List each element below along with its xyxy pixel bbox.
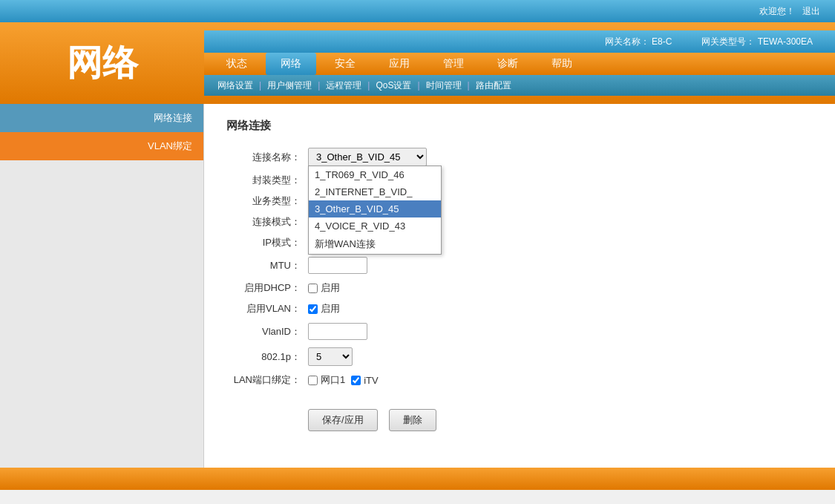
- gateway-name-label: 网关名称： E8-C: [605, 36, 672, 48]
- gateway-info: 网关名称： E8-C 网关类型号： TEWA-300EA: [204, 30, 835, 53]
- gateway-type-value: TEWA-300EA: [758, 36, 813, 47]
- vlan-value: 启用: [308, 302, 340, 315]
- ip-mode-label: IP模式：: [226, 236, 308, 249]
- dropdown-option-new-wan[interactable]: 新增WAN连接: [309, 235, 441, 254]
- top-bar: 欢迎您！ 退出: [0, 0, 835, 22]
- logout-link[interactable]: 退出: [802, 5, 820, 18]
- content-area: 网络连接 连接名称： 1_TR069_R_VID_46 2_INTERNET_B…: [204, 104, 835, 468]
- gateway-type-label: 网关类型号： TEWA-300EA: [701, 36, 813, 48]
- nav-status[interactable]: 状态: [212, 53, 262, 75]
- lan-bind-label: LAN端口绑定：: [226, 373, 308, 387]
- mtu-value: 1500: [308, 257, 367, 274]
- connection-name-dropdown-container: 1_TR069_R_VID_46 2_INTERNET_B_VID_ 3_Oth…: [308, 148, 427, 166]
- dhcp-checkbox[interactable]: [308, 284, 318, 293]
- footer: [0, 468, 835, 490]
- mtu-row: MTU： 1500: [226, 257, 813, 274]
- welcome-text: 欢迎您！: [759, 5, 795, 18]
- dot1p-label: 802.1p：: [226, 350, 308, 364]
- logo-area: 网络: [0, 39, 204, 87]
- vlan-enable-text: 启用: [321, 302, 340, 315]
- network-form: 连接名称： 1_TR069_R_VID_46 2_INTERNET_B_VID_…: [226, 148, 813, 439]
- lan-port1-checkbox[interactable]: [308, 376, 318, 385]
- subnav-network-settings[interactable]: 网络设置: [212, 79, 259, 92]
- vlan-id-row: VlanID： 45: [226, 323, 813, 340]
- lan-bind-row: LAN端口绑定： 网口1 iTV: [226, 373, 813, 387]
- dhcp-enable-text: 启用: [321, 281, 340, 295]
- vlan-id-value: 45: [308, 323, 367, 340]
- subnav-time[interactable]: 时间管理: [420, 79, 468, 92]
- subnav-qos[interactable]: QoS设置: [370, 79, 417, 92]
- lan-itv-text: iTV: [364, 375, 379, 386]
- dropdown-list: 1_TR069_R_VID_46 2_INTERNET_B_VID_ 3_Oth…: [308, 166, 442, 255]
- encap-type-label: 封装类型：: [226, 174, 308, 187]
- nav-help[interactable]: 帮助: [537, 53, 587, 75]
- lan-port1-text: 网口1: [321, 373, 345, 387]
- sidebar-vlan-binding[interactable]: VLAN绑定: [0, 132, 203, 160]
- lan-itv-checkbox[interactable]: [351, 376, 361, 385]
- lan-bind-value: 网口1 iTV: [308, 373, 379, 387]
- sidebar-network-connection[interactable]: 网络连接: [0, 104, 203, 132]
- delete-button[interactable]: 删除: [389, 409, 436, 431]
- lan-port1-label[interactable]: 网口1: [308, 373, 345, 387]
- nav-diagnostics[interactable]: 诊断: [482, 53, 533, 75]
- nav-network[interactable]: 网络: [266, 53, 316, 75]
- dot1p-row: 802.1p： 1 2 3 4 5 6 7: [226, 347, 813, 366]
- dropdown-option-voice[interactable]: 4_VOICE_R_VID_43: [309, 217, 441, 235]
- nav-app[interactable]: 应用: [374, 53, 425, 75]
- connection-mode-label: 连接模式：: [226, 215, 308, 229]
- button-row: 保存/应用 删除: [308, 409, 813, 431]
- vlan-label: 启用VLAN：: [226, 302, 308, 315]
- dhcp-label: 启用DHCP：: [226, 281, 308, 295]
- connection-name-label: 连接名称：: [226, 151, 308, 164]
- service-type-label: 业务类型：: [226, 194, 308, 208]
- nav-security[interactable]: 安全: [320, 53, 370, 75]
- dot1p-value: 1 2 3 4 5 6 7: [308, 347, 353, 366]
- save-button[interactable]: 保存/应用: [308, 409, 378, 431]
- sub-nav: 网络设置 | 用户侧管理 | 远程管理 | QoS设置 | 时间管理 | 路由配…: [204, 75, 835, 96]
- connection-name-row: 连接名称： 1_TR069_R_VID_46 2_INTERNET_B_VID_…: [226, 148, 813, 166]
- subnav-remote-management[interactable]: 远程管理: [320, 79, 367, 92]
- subnav-user-management[interactable]: 用户侧管理: [261, 79, 318, 92]
- vlan-id-input[interactable]: 45: [308, 323, 367, 340]
- page-title: 网络连接: [226, 119, 813, 133]
- mtu-label: MTU：: [226, 259, 308, 272]
- connection-name-value: 1_TR069_R_VID_46 2_INTERNET_B_VID_ 3_Oth…: [308, 148, 427, 166]
- header: 网络 网关名称： E8-C 网关类型号： TEWA-300EA 状态 网络 安全…: [0, 22, 835, 104]
- dhcp-checkbox-label[interactable]: 启用: [308, 281, 340, 295]
- connection-name-select[interactable]: 1_TR069_R_VID_46 2_INTERNET_B_VID_ 3_Oth…: [308, 148, 427, 166]
- dropdown-option-internet[interactable]: 2_INTERNET_B_VID_: [309, 183, 441, 200]
- header-right: 网关名称： E8-C 网关类型号： TEWA-300EA 状态 网络 安全 应用…: [204, 30, 835, 96]
- gateway-name-value: E8-C: [652, 36, 672, 47]
- dropdown-option-tr069[interactable]: 1_TR069_R_VID_46: [309, 166, 441, 183]
- subnav-routing[interactable]: 路由配置: [470, 79, 517, 92]
- dot1p-select[interactable]: 1 2 3 4 5 6 7: [308, 347, 353, 366]
- vlan-checkbox-label[interactable]: 启用: [308, 302, 340, 315]
- nav-management[interactable]: 管理: [428, 53, 479, 75]
- dhcp-row: 启用DHCP： 启用: [226, 281, 813, 295]
- vlan-id-label: VlanID：: [226, 325, 308, 338]
- lan-itv-label[interactable]: iTV: [351, 375, 379, 386]
- main-container: 网络连接 VLAN绑定 网络连接 连接名称： 1_TR069_R_VID_46 …: [0, 104, 835, 468]
- nav-bar: 状态 网络 安全 应用 管理 诊断 帮助: [204, 53, 835, 75]
- logo-text: 网络: [67, 39, 138, 87]
- vlan-checkbox[interactable]: [308, 304, 318, 314]
- dhcp-value: 启用: [308, 281, 340, 295]
- dropdown-option-other[interactable]: 3_Other_B_VID_45: [309, 200, 441, 217]
- sidebar: 网络连接 VLAN绑定: [0, 104, 204, 468]
- vlan-row: 启用VLAN： 启用: [226, 302, 813, 315]
- mtu-input[interactable]: 1500: [308, 257, 367, 274]
